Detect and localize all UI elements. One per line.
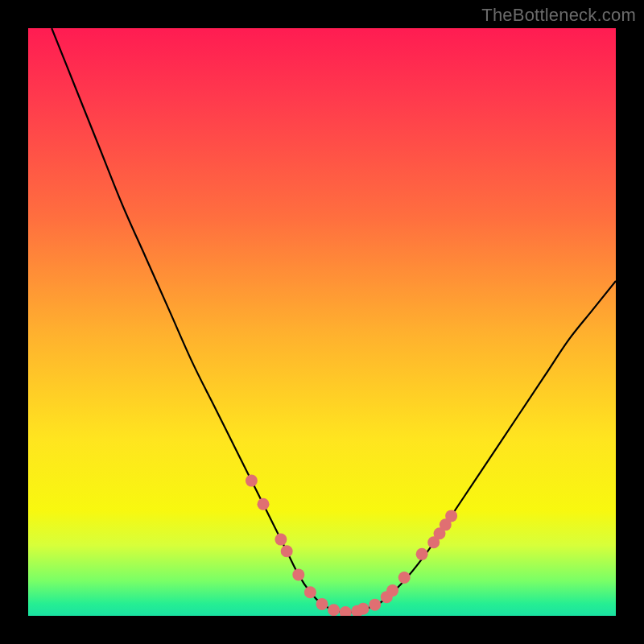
data-marker bbox=[416, 548, 428, 560]
data-marker bbox=[398, 572, 411, 584]
data-marker bbox=[340, 606, 352, 616]
data-marker bbox=[369, 599, 381, 611]
data-marker bbox=[445, 510, 457, 522]
data-marker bbox=[246, 475, 258, 487]
bottleneck-curve bbox=[52, 28, 616, 613]
data-marker bbox=[316, 598, 328, 610]
chart-svg bbox=[28, 28, 616, 616]
data-marker bbox=[281, 545, 293, 557]
chart-frame: TheBottleneck.com bbox=[0, 0, 644, 644]
data-marker bbox=[304, 586, 316, 598]
plot-area bbox=[28, 28, 616, 616]
data-marker bbox=[292, 568, 304, 580]
data-marker bbox=[328, 604, 340, 616]
data-marker bbox=[357, 603, 369, 615]
marker-layer bbox=[246, 475, 457, 616]
data-marker bbox=[258, 498, 270, 510]
watermark-text: TheBottleneck.com bbox=[481, 5, 636, 26]
data-marker bbox=[386, 584, 398, 597]
curve-layer bbox=[52, 28, 616, 613]
data-marker bbox=[275, 534, 287, 546]
